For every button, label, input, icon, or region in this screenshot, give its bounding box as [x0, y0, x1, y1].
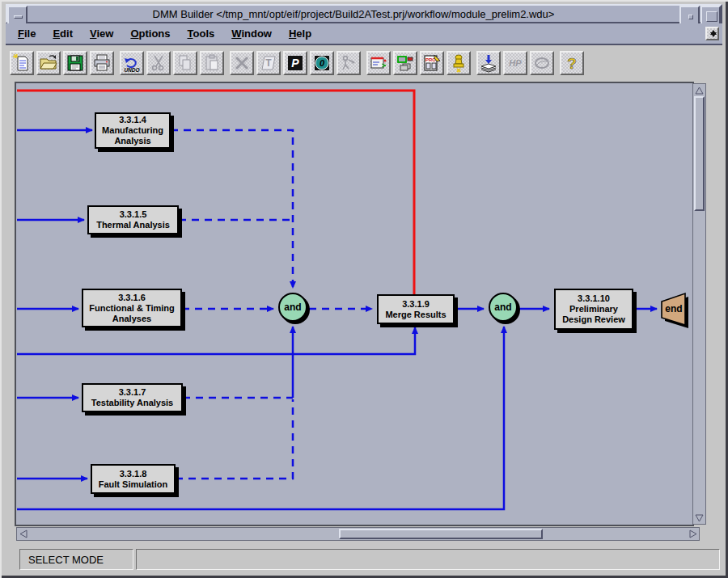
print-icon [92, 53, 112, 73]
node-3318[interactable]: 3.3.1.8 Fault Simulation [91, 464, 176, 494]
horizontal-scrollbar[interactable] [16, 527, 700, 541]
node-3315[interactable]: 3.3.1.5 Thermal Analysis [87, 205, 179, 234]
new-button[interactable] [10, 51, 34, 75]
template-button[interactable]: T [256, 51, 281, 75]
minimize-button[interactable] [679, 6, 700, 25]
window-menu-button[interactable] [7, 6, 28, 25]
copy-button[interactable] [173, 51, 197, 75]
print-button[interactable] [90, 51, 114, 75]
status-message [136, 549, 720, 570]
menu-bar: File Edit View Options Tools Window Help [6, 23, 722, 45]
paste-button[interactable] [200, 51, 224, 75]
hp-button[interactable]: HP [503, 51, 527, 75]
windows-cascade-icon [396, 53, 415, 73]
svg-text:HP: HP [509, 58, 522, 68]
dmm-builder-window: { "window": { "title": "DMM Builder </tm… [0, 0, 728, 578]
help-icon: ? [562, 53, 582, 73]
import-button[interactable] [476, 51, 501, 75]
oval-tool-button[interactable] [530, 51, 554, 75]
scroll-down-button[interactable] [693, 512, 705, 524]
zero-tool-button[interactable]: 0 [310, 51, 334, 75]
gate-label: and [284, 302, 301, 313]
prob-edit-button[interactable]: PROB [420, 51, 444, 75]
node-33110[interactable]: 3.3.1.10 Preliminary Design Review [554, 289, 633, 330]
menu-view[interactable]: View [86, 25, 117, 42]
mode-indicator: SELECT MODE [19, 549, 133, 570]
svg-text:P: P [291, 57, 299, 70]
new-document-icon [12, 53, 32, 73]
and-gate-2[interactable]: and [489, 293, 518, 322]
node-id: 3.3.1.7 [119, 387, 146, 398]
scroll-left-button[interactable] [17, 528, 29, 540]
node-3319[interactable]: 3.3.1.9 Merge Results [377, 294, 455, 324]
menu-tools[interactable]: Tools [184, 25, 219, 42]
workflow-canvas[interactable]: 3.3.1.4 Manufacturing Analysis 3.3.1.5 T… [16, 83, 692, 525]
vertical-scrollbar[interactable] [692, 83, 706, 525]
copy-icon [176, 53, 195, 73]
svg-text:0: 0 [320, 58, 325, 68]
edge-3314-to-and1 [171, 130, 293, 288]
window-menu-icon [14, 15, 23, 19]
node-id: 3.3.1.5 [120, 209, 147, 220]
edge-bottom-into-merge [17, 327, 415, 354]
menu-options[interactable]: Options [126, 25, 174, 42]
p-tool-icon: P [286, 53, 305, 73]
stamp-icon [449, 53, 468, 73]
save-icon [66, 53, 85, 73]
open-button[interactable] [36, 51, 61, 75]
horizontal-scroll-thumb[interactable] [339, 529, 543, 539]
pane-control-spinner[interactable] [705, 27, 719, 40]
node-name: Testability Analysis [91, 398, 173, 408]
menu-file[interactable]: File [14, 25, 40, 42]
scroll-left-icon [19, 529, 28, 538]
title-bar[interactable]: DMM Builder </tmp_mnt/opt/eif/project/Bu… [6, 4, 722, 23]
menu-window[interactable]: Window [227, 25, 276, 42]
gate-label: and [494, 302, 511, 313]
node-name: Preliminary Design Review [557, 304, 630, 325]
node-name: Manufacturing Analysis [98, 125, 167, 146]
node-3316[interactable]: 3.3.1.6 Functional & Timing Analyses [82, 289, 182, 327]
scroll-right-button[interactable] [687, 528, 699, 540]
save-button[interactable] [63, 51, 87, 75]
node-name: Merge Results [385, 310, 446, 320]
open-folder-icon [39, 53, 58, 73]
node-3317[interactable]: 3.3.1.7 Testability Analysis [82, 383, 183, 412]
and-gate-1[interactable]: and [278, 293, 307, 322]
help-button[interactable]: ? [560, 51, 584, 75]
branch-icon [339, 53, 358, 73]
branch-button[interactable] [336, 51, 361, 75]
cut-button[interactable] [146, 51, 171, 75]
workflow-canvas-frame: 3.3.1.4 Manufacturing Analysis 3.3.1.5 T… [15, 82, 694, 526]
vertical-scroll-thumb[interactable] [694, 96, 705, 211]
undo-button[interactable]: UNDO [120, 51, 144, 75]
toolbar: UNDO [6, 47, 722, 79]
scroll-down-icon [695, 514, 704, 522]
module-run-button[interactable] [366, 51, 391, 75]
menu-edit[interactable]: Edit [49, 25, 77, 42]
svg-text:T: T [265, 57, 272, 69]
t-flag-icon: T [259, 53, 278, 73]
p-tool-button[interactable]: P [283, 51, 307, 75]
undo-icon: UNDO [122, 53, 142, 73]
windows-cascade-button[interactable] [393, 51, 417, 75]
end-node[interactable]: end [662, 303, 685, 314]
node-3314[interactable]: 3.3.1.4 Manufacturing Analysis [95, 112, 171, 149]
menu-help[interactable]: Help [285, 25, 315, 42]
delete-button[interactable] [230, 51, 254, 75]
module-run-icon [369, 53, 388, 73]
scroll-up-button[interactable] [693, 84, 705, 96]
import-stack-icon [479, 53, 498, 73]
paste-icon [202, 53, 222, 73]
stamp-button[interactable] [447, 51, 471, 75]
window-title: DMM Builder </tmp_mnt/opt/eif/project/Bu… [32, 6, 675, 22]
spinner-down-icon [710, 32, 717, 37]
node-name: Fault Simulation [99, 479, 168, 490]
prob-edit-icon: PROB [422, 53, 442, 73]
node-id: 3.3.1.6 [118, 293, 146, 303]
maximize-icon [706, 11, 717, 22]
node-id: 3.3.1.8 [120, 469, 147, 479]
maximize-button[interactable] [700, 6, 721, 25]
edge-red-top-to-merge [17, 91, 414, 294]
node-id: 3.3.1.9 [402, 299, 430, 310]
node-name: Functional & Timing Analyses [85, 303, 179, 324]
